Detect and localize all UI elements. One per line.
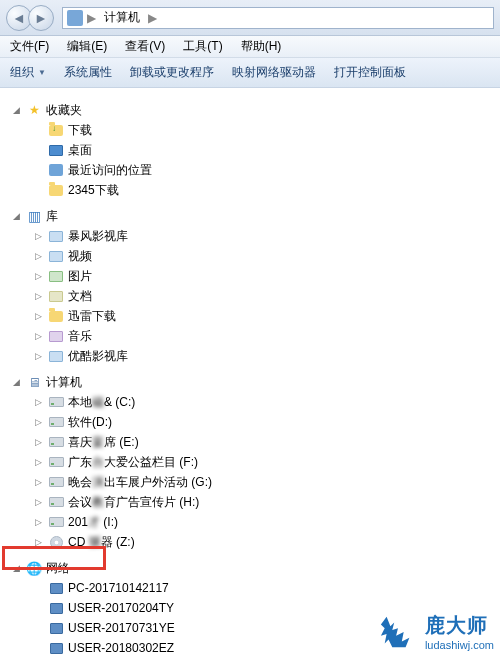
- node-network[interactable]: ◢ 🌐 网络: [6, 558, 500, 578]
- recent-icon: [48, 162, 64, 178]
- favorites-label: 收藏夹: [46, 102, 82, 119]
- documents-icon: [48, 288, 64, 304]
- toolbar: 组织▼ 系统属性 卸载或更改程序 映射网络驱动器 打开控制面板: [0, 58, 500, 88]
- drive-i[interactable]: ▷201才 (I:): [28, 512, 500, 532]
- watermark: 鹿大师 ludashiwj.com: [377, 612, 494, 651]
- drive-d[interactable]: ▷软件(D:): [28, 412, 500, 432]
- watermark-url: ludashiwj.com: [425, 639, 494, 651]
- music-icon: [48, 328, 64, 344]
- lib-video[interactable]: ▷视频: [28, 246, 500, 266]
- libraries-label: 库: [46, 208, 58, 225]
- folder-icon: [48, 308, 64, 324]
- fav-2345[interactable]: 2345下载: [28, 180, 500, 200]
- pc-icon: [48, 580, 64, 596]
- drive-icon: [48, 494, 64, 510]
- fav-desktop[interactable]: 桌面: [28, 140, 500, 160]
- drive-icon: [48, 454, 64, 470]
- twisty-icon[interactable]: ◢: [10, 105, 22, 115]
- chevron-down-icon: ▼: [38, 68, 46, 77]
- computer-label: 计算机: [46, 374, 82, 391]
- video-icon: [48, 348, 64, 364]
- drive-icon: [48, 474, 64, 490]
- arrow-left-icon: ◄: [12, 10, 26, 26]
- group-libraries: ◢ ▥ 库 ▷暴风影视库 ▷视频 ▷图片 ▷文档 ▷迅雷下载 ▷音乐 ▷优酷影视…: [6, 206, 500, 366]
- menu-view[interactable]: 查看(V): [123, 36, 167, 57]
- tb-organize[interactable]: 组织▼: [10, 64, 46, 81]
- tb-controlpanel[interactable]: 打开控制面板: [334, 64, 406, 81]
- nav-tree: ◢ ★ 收藏夹 下载 桌面 最近访问的位置 2345下载 ◢ ▥ 库 ▷暴风影视…: [0, 88, 500, 655]
- lib-youku[interactable]: ▷优酷影视库: [28, 346, 500, 366]
- lib-documents[interactable]: ▷文档: [28, 286, 500, 306]
- drive-icon: [48, 394, 64, 410]
- cd-icon: [48, 534, 64, 550]
- twisty-icon[interactable]: ◢: [10, 377, 22, 387]
- video-icon: [48, 228, 64, 244]
- twisty-icon[interactable]: ◢: [10, 211, 22, 221]
- video-icon: [48, 248, 64, 264]
- menu-help[interactable]: 帮助(H): [239, 36, 284, 57]
- computer-icon: 🖥: [26, 374, 42, 390]
- titlebar: ◄ ► ▶ 计算机 ▶: [0, 0, 500, 36]
- menubar: 文件(F) 编辑(E) 查看(V) 工具(T) 帮助(H): [0, 36, 500, 58]
- tb-uninstall[interactable]: 卸载或更改程序: [130, 64, 214, 81]
- network-icon: 🌐: [26, 560, 42, 576]
- pc-icon: [48, 640, 64, 655]
- pc-icon: [48, 620, 64, 636]
- breadcrumb-computer[interactable]: 计算机: [100, 9, 144, 26]
- menu-file[interactable]: 文件(F): [8, 36, 51, 57]
- lib-pictures[interactable]: ▷图片: [28, 266, 500, 286]
- tb-mapdrive[interactable]: 映射网络驱动器: [232, 64, 316, 81]
- menu-edit[interactable]: 编辑(E): [65, 36, 109, 57]
- node-computer[interactable]: ◢ 🖥 计算机: [6, 372, 500, 392]
- drive-icon: [48, 514, 64, 530]
- addr-sep: ▶: [148, 11, 157, 25]
- drive-h[interactable]: ▷会议教育广告宣传片 (H:): [28, 492, 500, 512]
- drive-icon: [48, 414, 64, 430]
- libraries-icon: ▥: [26, 208, 42, 224]
- pc-icon: [48, 600, 64, 616]
- nav-buttons: ◄ ►: [6, 5, 54, 31]
- pictures-icon: [48, 268, 64, 284]
- drive-g[interactable]: ▷晚会演出车展户外活动 (G:): [28, 472, 500, 492]
- group-favorites: ◢ ★ 收藏夹 下载 桌面 最近访问的位置 2345下载: [6, 100, 500, 200]
- node-libraries[interactable]: ◢ ▥ 库: [6, 206, 500, 226]
- addr-sep: ▶: [87, 11, 96, 25]
- lib-baofeng[interactable]: ▷暴风影视库: [28, 226, 500, 246]
- arrow-right-icon: ►: [34, 10, 48, 26]
- tb-properties[interactable]: 系统属性: [64, 64, 112, 81]
- drive-c[interactable]: ▷本地磁& (C:): [28, 392, 500, 412]
- net-pc-1[interactable]: PC-201710142117: [28, 578, 500, 598]
- watermark-brand: 鹿大师: [425, 612, 494, 639]
- desktop-icon: [48, 142, 64, 158]
- forward-button[interactable]: ►: [28, 5, 54, 31]
- drive-icon: [48, 434, 64, 450]
- drive-z-cd[interactable]: ▷CD 驱器 (Z:): [28, 532, 500, 552]
- node-favorites[interactable]: ◢ ★ 收藏夹: [6, 100, 500, 120]
- drive-e[interactable]: ▷喜庆宴席 (E:): [28, 432, 500, 452]
- download-icon: [48, 122, 64, 138]
- fav-recent[interactable]: 最近访问的位置: [28, 160, 500, 180]
- address-bar[interactable]: ▶ 计算机 ▶: [62, 7, 494, 29]
- menu-tools[interactable]: 工具(T): [181, 36, 224, 57]
- fav-downloads[interactable]: 下载: [28, 120, 500, 140]
- drive-f[interactable]: ▷广东台大爱公益栏目 (F:): [28, 452, 500, 472]
- computer-icon: [67, 10, 83, 26]
- computer-children: ▷本地磁& (C:) ▷软件(D:) ▷喜庆宴席 (E:) ▷广东台大爱公益栏目…: [6, 392, 500, 552]
- deer-icon: [377, 613, 419, 651]
- network-label: 网络: [46, 560, 70, 577]
- folder-icon: [48, 182, 64, 198]
- lib-xunlei[interactable]: ▷迅雷下载: [28, 306, 500, 326]
- twisty-icon[interactable]: ◢: [10, 563, 22, 573]
- group-computer: ◢ 🖥 计算机 ▷本地磁& (C:) ▷软件(D:) ▷喜庆宴席 (E:) ▷广…: [6, 372, 500, 552]
- lib-music[interactable]: ▷音乐: [28, 326, 500, 346]
- star-icon: ★: [26, 102, 42, 118]
